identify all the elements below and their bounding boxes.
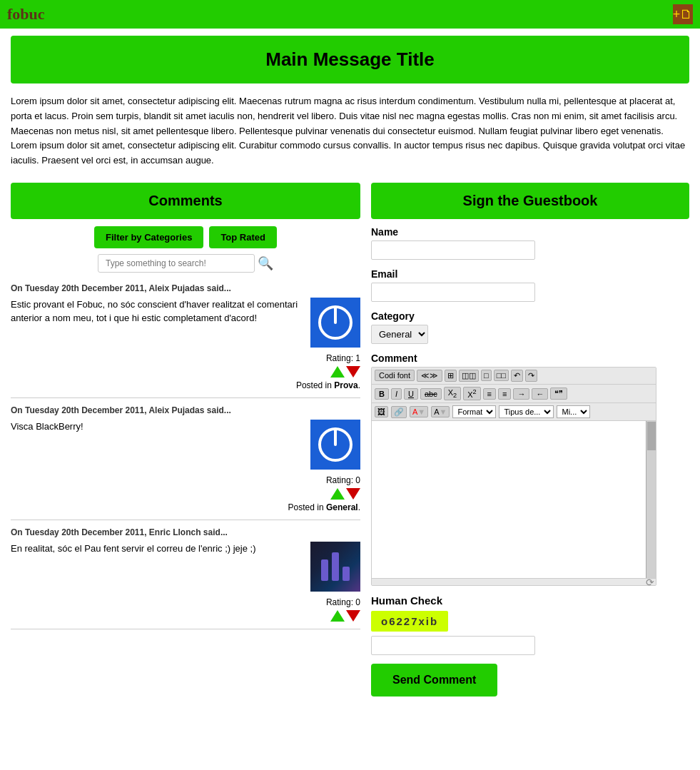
name-group: Name [371, 226, 689, 260]
indent-button[interactable]: → [513, 388, 529, 400]
editor-toolbar-2: B I U abc X2 X2 ≡ ≡ → ← ❝❞ [372, 385, 656, 403]
editor-toolbar-3: 🖼 🔗 A▼ A▼ Format Tipus de... Mi... [372, 403, 656, 421]
ordered-list-button[interactable]: ≡ [483, 388, 496, 400]
comment-meta: Rating: 0 Posted in General. [11, 475, 360, 512]
power-icon [318, 427, 353, 462]
vote-down-button[interactable] [346, 366, 360, 378]
comment-text: Estic provant el Fobuc, no sóc conscient… [11, 298, 303, 325]
comment-header: On Tuesday 20th December 2011, Aleix Puj… [11, 283, 360, 293]
embed-button[interactable]: □□ [494, 370, 509, 381]
bar [332, 552, 339, 581]
redo-button[interactable]: ↷ [525, 370, 537, 382]
comment-body: Visca BlackBerry! [11, 420, 360, 470]
size-select[interactable]: Mi... [557, 405, 590, 418]
header-addon-icon[interactable]: +🗋 [673, 4, 693, 24]
comment-entry: On Tuesday 20th December 2011, Enric Llo… [11, 527, 360, 629]
main-content: Main Message Title Lorem ipsum dolor sit… [0, 29, 700, 704]
comment-body: Estic provant el Fobuc, no sóc conscient… [11, 298, 360, 348]
category-select[interactable]: General [371, 325, 428, 344]
posted-in: Posted in Prova. [11, 380, 360, 390]
comment-entry: On Tuesday 20th December 2011, Aleix Puj… [11, 405, 360, 520]
vote-arrows [330, 610, 360, 622]
search-row: 🔍 [11, 254, 360, 273]
intro-text: Lorem ipsum dolor sit amet, consectetur … [11, 94, 689, 168]
editor-toolbar-1: Codi font ≪≫ ⊞ ◫◫ □ □□ ↶ ↷ [372, 368, 656, 385]
human-check-group: Human Check o6227xib [371, 594, 689, 655]
filter-row: Filter by Categories Top Rated [11, 226, 360, 248]
guestbook-title: Sign the Guestbook [381, 193, 679, 209]
vote-up-button[interactable] [330, 610, 345, 622]
format-select[interactable]: Format [452, 405, 496, 418]
comment-group: Comment Codi font ≪≫ ⊞ ◫◫ □ □□ ↶ ↷ [371, 353, 689, 586]
filter-by-categories-button[interactable]: Filter by Categories [94, 226, 203, 248]
font-select[interactable]: Tipus de... [499, 405, 554, 418]
guestbook-header: Sign the Guestbook [371, 183, 689, 219]
tag-button[interactable]: ≪≫ [417, 370, 442, 382]
rating-label: Rating: [326, 353, 353, 363]
grid-button[interactable]: ◫◫ [459, 370, 479, 382]
category-label: Category [371, 310, 689, 322]
rating-row [11, 610, 360, 622]
rating-value: 0 [355, 475, 360, 485]
source-code-button[interactable]: Codi font [375, 370, 415, 381]
comment-meta: Rating: 1 Posted in Prova. [11, 353, 360, 390]
power-icon [318, 305, 353, 340]
editor-resize-handle[interactable]: ⟳ [372, 578, 656, 585]
comment-label: Comment [371, 353, 689, 364]
vote-down-button[interactable] [346, 488, 360, 500]
box-button[interactable]: □ [481, 370, 492, 381]
name-input[interactable] [371, 240, 535, 260]
top-rated-button[interactable]: Top Rated [209, 226, 277, 248]
bold-button[interactable]: B [375, 388, 389, 400]
two-col-layout: Comments Filter by Categories Top Rated … [11, 183, 689, 696]
bars-icon [321, 552, 350, 581]
rating-label: Rating: [326, 597, 353, 607]
subscript-button[interactable]: X2 [444, 387, 461, 400]
left-column: Comments Filter by Categories Top Rated … [11, 183, 360, 696]
strikethrough-button[interactable]: abc [420, 388, 442, 400]
rating-label: Rating: [326, 475, 353, 485]
rich-text-editor: Codi font ≪≫ ⊞ ◫◫ □ □□ ↶ ↷ B I U ab [371, 367, 656, 586]
table-button[interactable]: ⊞ [445, 370, 457, 382]
vote-up-button[interactable] [330, 366, 345, 378]
italic-button[interactable]: I [391, 388, 402, 400]
editor-body[interactable] [372, 421, 656, 578]
rating-value: 0 [355, 597, 360, 607]
comment-text: En realitat, sóc el Pau fent servir el c… [11, 542, 303, 556]
editor-scrollbar[interactable] [646, 421, 656, 578]
comment-header: On Tuesday 20th December 2011, Aleix Puj… [11, 405, 360, 415]
highlight-button[interactable]: A▼ [431, 406, 450, 417]
underline-button[interactable]: U [404, 388, 418, 400]
font-color-button[interactable]: A▼ [410, 406, 428, 417]
rating-row [11, 366, 360, 378]
email-label: Email [371, 268, 689, 280]
captcha-input[interactable] [371, 636, 535, 655]
search-icon[interactable]: 🔍 [258, 255, 273, 271]
search-input[interactable] [98, 254, 255, 273]
comment-header: On Tuesday 20th December 2011, Enric Llo… [11, 527, 360, 537]
image-button[interactable]: 🖼 [375, 406, 388, 417]
comment-text: Visca BlackBerry! [11, 420, 303, 434]
superscript-button[interactable]: X2 [463, 387, 480, 400]
plus-icon: +🗋 [673, 7, 694, 22]
bar [321, 559, 328, 581]
comments-title: Comments [21, 193, 350, 209]
blockquote-button[interactable]: ❝❞ [550, 387, 567, 400]
email-input[interactable] [371, 283, 535, 302]
undo-button[interactable]: ↶ [511, 370, 523, 382]
vote-down-button[interactable] [346, 610, 360, 622]
unordered-list-button[interactable]: ≡ [498, 388, 511, 400]
send-comment-button[interactable]: Send Comment [371, 664, 497, 696]
outdent-button[interactable]: ← [532, 388, 548, 400]
vote-up-button[interactable] [330, 488, 345, 500]
category-group: Category General [371, 310, 689, 344]
rating-row [11, 488, 360, 500]
link-button[interactable]: 🔗 [391, 406, 407, 418]
comment-meta: Rating: 0 [11, 597, 360, 622]
captcha-display: o6227xib [371, 611, 448, 632]
comments-header: Comments [11, 183, 360, 219]
vote-arrows [330, 366, 360, 378]
logo[interactable]: fobuc [7, 5, 45, 24]
editor-scroll-thumb[interactable] [647, 422, 656, 450]
posted-in: Posted in General. [11, 502, 360, 512]
